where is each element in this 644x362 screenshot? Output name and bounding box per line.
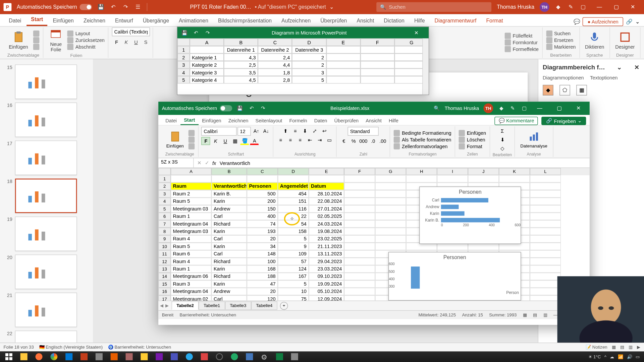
cut-button[interactable] [188,130,196,136]
thumb-slide-21[interactable]: 21 [4,293,90,327]
app-icon[interactable] [287,352,302,362]
sheet-tabelle3[interactable]: Tabelle3 [225,301,251,310]
als-tabelle-formatieren-button[interactable]: Als Tabelle formatieren [393,136,452,142]
search-icon[interactable]: 🔍 [433,105,440,112]
chevron-down-icon[interactable]: ⌄ [329,4,334,10]
dec-inc-icon[interactable]: .0 [369,137,377,145]
view-layout-icon[interactable]: ▤ [533,312,537,317]
weather-widget[interactable]: ☀ 1°C [588,354,601,359]
ersetzen-button[interactable]: Ersetzen [545,37,577,43]
align-right-icon[interactable]: ≡ [296,136,305,144]
thumb-slide-16[interactable]: 16 [4,103,90,137]
explorer-icon[interactable] [17,352,31,362]
clear-icon[interactable]: ◇ [498,144,506,153]
sheet-tabelle2[interactable]: Tabelle2 [172,301,199,310]
size-icon[interactable]: ▦ [576,85,587,96]
dictate-button[interactable]: Diktieren [582,30,607,50]
xl-tab-hilfe[interactable]: Hilfe [385,116,402,125]
bold-button[interactable]: F [202,137,210,145]
layout-button[interactable]: Layout [66,31,105,37]
format-painter-button[interactable] [33,44,41,50]
confirm-icon[interactable]: ✓ [205,160,209,166]
shrink-font-icon[interactable]: A↓ [262,127,270,135]
align-mid-icon[interactable]: ≡ [291,127,300,135]
strike-button[interactable]: S [141,38,150,46]
formkontur-button[interactable]: Formkontur [504,39,539,45]
align-top-icon[interactable]: ⬆ [281,127,290,135]
tab-entwurf[interactable]: Entwurf [111,15,138,26]
xl-löschen-button[interactable]: Löschen [458,136,487,142]
xl-font-select[interactable] [202,127,237,135]
app-icon[interactable] [197,352,211,362]
percent-icon[interactable]: % [349,137,358,145]
cancel-icon[interactable]: ✕ [197,160,201,166]
tab-format[interactable]: Format [482,15,507,26]
share-button[interactable]: 🔗 Freigeben ⌄ [542,117,586,125]
vlc-icon[interactable] [107,352,121,362]
app-icon[interactable] [122,352,136,362]
comma-icon[interactable]: 000 [359,137,368,145]
close-button[interactable]: ✕ [571,104,586,113]
italic-button[interactable]: K [122,38,130,46]
xl-tab-daten[interactable]: Daten [311,116,331,125]
formula-bar[interactable]: Verantwortlich [220,160,250,166]
italic-button[interactable]: K [211,137,220,145]
zellenformatvorlagen-button[interactable]: Zellenformatvorlagen [393,143,452,149]
thumb-slide-17[interactable]: 17 [4,140,90,175]
scrollbar[interactable] [422,39,428,95]
collapse-icon[interactable]: ⌄ [635,18,640,24]
diamond-icon[interactable]: ◆ [555,4,562,11]
sheet-prev-icon[interactable]: ◀ [160,303,164,308]
xl-einfügen-button[interactable]: Einfügen [458,130,487,136]
thumb-slide-20[interactable]: 20 [4,255,90,289]
redo-icon[interactable]: ↷ [122,4,129,11]
notes-toggle[interactable]: 📝 Notizen [586,345,607,350]
currency-icon[interactable]: € [339,137,348,145]
user-name[interactable]: Thomas Hruska [497,4,534,10]
app-icon[interactable] [137,352,151,362]
thumb-slide-18[interactable]: 18 [4,179,90,213]
dropdown-icon[interactable]: ⌄ [617,64,622,71]
sheet-tabelle1[interactable]: Tabelle1 [199,301,225,310]
tab-start[interactable]: Start [26,14,47,26]
tab-überprüfen[interactable]: Überprüfen [316,15,352,26]
maximize-button[interactable]: ▢ [551,104,567,113]
volume-icon[interactable]: 🔊 [627,354,632,359]
fill-icon[interactable]: ⬇ [498,136,506,144]
comments-button[interactable]: 💬 Kommentare [495,117,538,125]
xl-tab-einfügen[interactable]: Einfügen [199,116,225,125]
outlook-icon[interactable] [62,352,76,362]
formeffekte-button[interactable]: Formeffekte [504,46,539,52]
close-button[interactable]: ✕ [408,30,425,36]
app-icon[interactable] [167,352,181,362]
tab-datei[interactable]: Datei [4,15,25,26]
save-icon[interactable]: 💾 [181,29,188,36]
merge-icon[interactable]: ▭ [325,136,334,144]
indent-dec-icon[interactable]: ⇤ [306,136,314,144]
language-icon[interactable]: ▭ [636,354,640,359]
suchen-button[interactable]: Suchen [545,30,577,36]
view-sorter-icon[interactable]: ▤ [620,345,624,350]
redo-icon[interactable]: ↷ [204,29,211,36]
xl-tab-formeln[interactable]: Formeln [286,116,311,125]
underline-button[interactable]: U [131,38,140,46]
tray-chevron-icon[interactable]: ^ [604,354,606,359]
tab-bildschirmpräsentation[interactable]: Bildschirmpräsentation [214,15,276,26]
minimize-button[interactable]: — [532,104,547,113]
xl-autosave-toggle[interactable]: Automatisches Speichern [162,105,232,111]
redo-icon[interactable]: ↷ [260,105,267,112]
xl-paste-button[interactable]: Einfügen [164,129,186,149]
powerpoint-icon[interactable] [77,352,91,362]
tab-diagrammentwurf[interactable]: Diagrammentwurf [430,15,481,26]
close-icon[interactable]: ✕ [634,64,640,71]
bedingte-formatierung-button[interactable]: Bedingte Formatierung [393,130,452,136]
text-options-tab[interactable]: Textoptionen [590,75,618,80]
xl-grid[interactable]: ABCDEFGHIJKL ✧ Personen CarlAndrewKarinK… [158,168,590,301]
search-input[interactable]: 🔍 Suchen [377,2,492,12]
save-icon[interactable]: 💾 [97,4,104,11]
xl-tab-seitenlayout[interactable]: Seitenlayout [252,116,286,125]
xl-tab-überprüfen[interactable]: Überprüfen [331,116,362,125]
fill-icon[interactable]: ◆ [543,85,553,96]
xl-user-avatar[interactable]: TH [483,104,493,113]
xl-tab-datei[interactable]: Datei [162,116,180,125]
